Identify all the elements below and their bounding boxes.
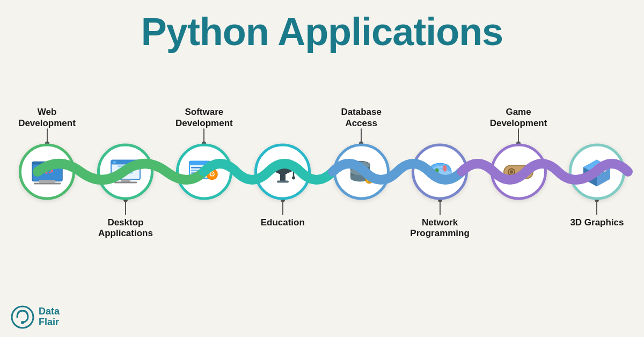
label-3d-graphics: 3D Graphics [570, 215, 624, 242]
chain-svg [11, 140, 633, 204]
label-desktop-apps: DesktopApplications [98, 215, 153, 242]
label-software-dev: SoftwareDevelopment [175, 102, 233, 129]
label-database: DatabaseAccess [341, 102, 382, 129]
label-education: Education [261, 215, 305, 242]
logo: Data Flair [11, 305, 60, 329]
logo-text: Data Flair [39, 306, 60, 328]
label-game-dev: GameDevelopment [490, 102, 547, 129]
label-network: NetworkProgramming [410, 215, 470, 242]
label-web-dev: Web Development [16, 102, 78, 129]
diagram-area: Web Development </> [11, 54, 633, 290]
svg-point-54 [12, 306, 33, 328]
logo-icon [11, 305, 34, 329]
page-title: Python Applications [0, 0, 644, 54]
svg-point-55 [21, 321, 24, 324]
